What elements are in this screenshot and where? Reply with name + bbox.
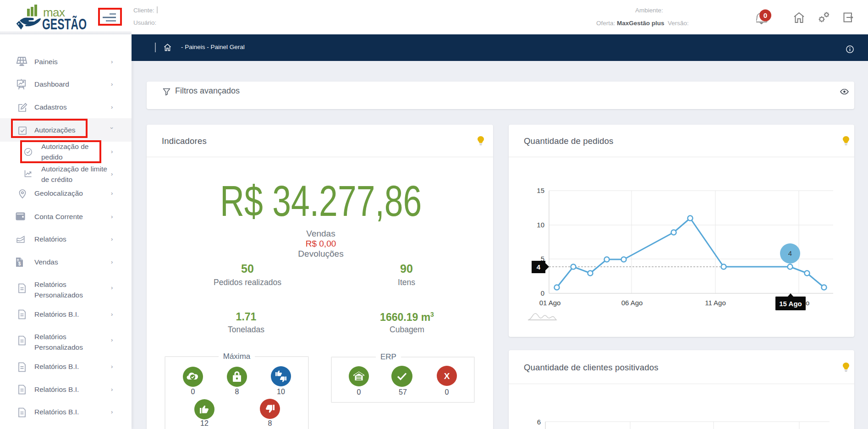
svg-text:15: 15 — [537, 187, 544, 194]
svg-text:4: 4 — [788, 249, 792, 257]
svg-text:4: 4 — [537, 263, 541, 271]
svg-text:15 Ago: 15 Ago — [779, 300, 802, 308]
svg-text:$: $ — [18, 261, 21, 266]
svg-text:01 Ago: 01 Ago — [539, 299, 561, 307]
svg-text:06 Ago: 06 Ago — [621, 299, 643, 307]
svg-text:0: 0 — [764, 11, 767, 19]
svg-text:X: X — [444, 371, 450, 381]
svg-text:11 Ago: 11 Ago — [705, 299, 726, 307]
svg-text:6: 6 — [537, 418, 541, 426]
svg-text:GESTÃO: GESTÃO — [42, 16, 87, 33]
svg-text:10: 10 — [537, 221, 544, 229]
svg-text:0: 0 — [541, 289, 544, 297]
